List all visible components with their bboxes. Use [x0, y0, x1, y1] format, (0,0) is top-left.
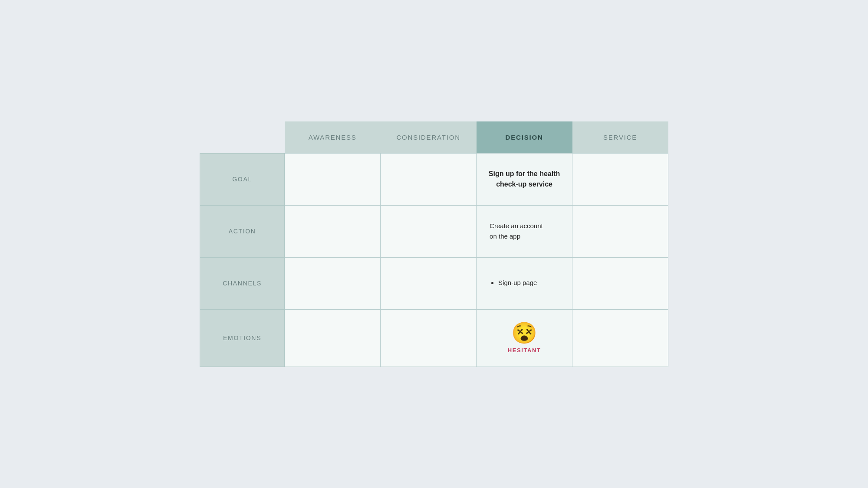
table-row-goal: GOAL Sign up for the health check-up ser… — [200, 153, 668, 205]
table-row-action: ACTION Create an accounton the app — [200, 205, 668, 257]
cell-channels-awareness — [285, 257, 381, 309]
table-row-emotions: EMOTIONS 😵 HESITANT — [200, 309, 668, 367]
cell-emotions-service — [572, 309, 668, 367]
table-row-channels: CHANNELS Sign-up page — [200, 257, 668, 309]
channels-list: Sign-up page — [485, 279, 563, 286]
cell-action-decision: Create an accounton the app — [477, 205, 572, 257]
cell-channels-service — [572, 257, 668, 309]
cell-goal-awareness — [285, 153, 381, 205]
journey-map-table: AWARENESS CONSIDERATION DECISION SERVICE… — [200, 121, 668, 367]
cell-channels-consideration — [381, 257, 477, 309]
cell-goal-decision: Sign up for the health check-up service — [477, 153, 572, 205]
row-label-goal: GOAL — [200, 153, 285, 205]
header-decision: DECISION — [477, 121, 572, 154]
row-label-channels: CHANNELS — [200, 257, 285, 309]
cell-action-service — [572, 205, 668, 257]
cell-channels-decision: Sign-up page — [477, 257, 572, 309]
emotions-label: HESITANT — [508, 347, 541, 354]
row-label-emotions: EMOTIONS — [200, 309, 285, 367]
row-label-action: ACTION — [200, 205, 285, 257]
cell-goal-service — [572, 153, 668, 205]
emotions-content: 😵 HESITANT — [485, 323, 563, 354]
cell-emotions-decision: 😵 HESITANT — [477, 309, 572, 367]
channels-list-item: Sign-up page — [498, 279, 563, 286]
cell-emotions-awareness — [285, 309, 381, 367]
cell-action-consideration — [381, 205, 477, 257]
header-service: SERVICE — [572, 121, 668, 154]
header-consideration: CONSIDERATION — [381, 121, 477, 154]
cell-action-awareness — [285, 205, 381, 257]
emotions-emoji: 😵 — [511, 323, 537, 344]
header-awareness: AWARENESS — [285, 121, 381, 154]
header-empty — [200, 121, 285, 154]
cell-goal-consideration — [381, 153, 477, 205]
cell-emotions-consideration — [381, 309, 477, 367]
action-text: Create an accounton the app — [485, 221, 563, 242]
table-header: AWARENESS CONSIDERATION DECISION SERVICE — [200, 121, 668, 154]
